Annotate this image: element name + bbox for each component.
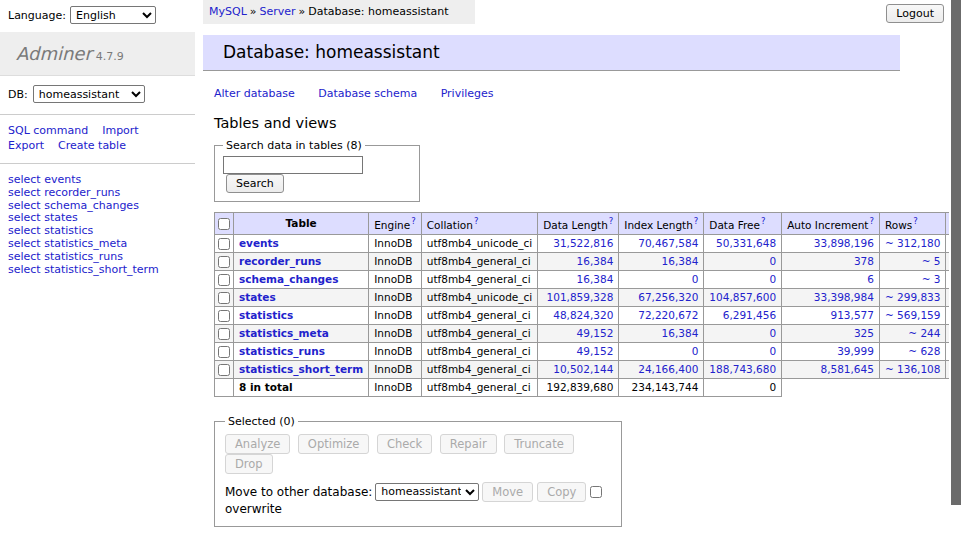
repair-button[interactable]: Repair [440, 434, 497, 454]
cell-name: states [234, 288, 369, 306]
cell-name: events [234, 234, 369, 252]
help-icon[interactable]: ? [869, 216, 874, 226]
help-icon[interactable]: ? [694, 216, 699, 226]
table-row: recorder_runsInnoDButf8mb4_general_ci16,… [215, 252, 966, 270]
cell-data-length: 16,384 [538, 270, 619, 288]
cell-auto-increment: 6 [782, 270, 880, 288]
optimize-button[interactable]: Optimize [298, 434, 370, 454]
cell-auto-increment: 39,999 [782, 342, 880, 360]
breadcrumb-mysql-link[interactable]: MySQL [209, 5, 247, 18]
help-icon[interactable]: ? [474, 216, 479, 226]
main-content: MySQL»Server»Database: homeassistant Dat… [203, 0, 950, 543]
row-checkbox[interactable] [218, 256, 230, 268]
app-logo[interactable]: Adminer [16, 43, 92, 64]
move-button[interactable]: Move [482, 482, 533, 502]
row-checkbox[interactable] [218, 238, 230, 250]
cell-collation: utf8mb4_general_ci [421, 324, 537, 342]
column-header-label: Table [286, 217, 317, 229]
cell-engine: InnoDB [369, 360, 422, 378]
sql-command-link[interactable]: SQL command [8, 124, 88, 137]
row-checkbox-cell [215, 306, 234, 324]
row-checkbox[interactable] [218, 346, 230, 358]
language-select[interactable]: English [70, 6, 156, 24]
help-icon[interactable]: ? [761, 216, 766, 226]
column-header-label: Collation [427, 219, 473, 231]
row-checkbox-cell [215, 342, 234, 360]
cell-auto-increment: 8,581,645 [782, 360, 880, 378]
row-checkbox[interactable] [218, 310, 230, 322]
cell-name: statistics_meta [234, 324, 369, 342]
sidebar-select-events-link[interactable]: select events [8, 174, 183, 187]
create-table-link[interactable]: Create table [58, 139, 126, 152]
alter-database-link[interactable]: Alter database [214, 87, 295, 100]
row-checkbox[interactable] [218, 274, 230, 286]
overwrite-checkbox[interactable] [590, 486, 602, 498]
help-icon[interactable]: ? [411, 216, 416, 226]
vertical-scrollbar[interactable] [949, 0, 966, 543]
table-row: statistics_runsInnoDButf8mb4_general_ci4… [215, 342, 966, 360]
db-label: DB: [8, 88, 28, 101]
analyze-button[interactable]: Analyze [225, 434, 290, 454]
breadcrumb-separator: » [299, 5, 306, 18]
scrollbar-thumb[interactable] [951, 0, 961, 505]
drop-button[interactable]: Drop [225, 454, 273, 474]
column-header-label: Data Free [709, 219, 760, 231]
truncate-button[interactable]: Truncate [504, 434, 574, 454]
table-row: statistics_short_termInnoDButf8mb4_gener… [215, 360, 966, 378]
table-name-link[interactable]: statistics_runs [239, 345, 325, 357]
cell-engine: InnoDB [369, 324, 422, 342]
sidebar-select-recorder-runs-link[interactable]: select recorder_runs [8, 187, 183, 200]
breadcrumb-server-link[interactable]: Server [260, 5, 296, 18]
table-row: statesInnoDButf8mb4_unicode_ci101,859,32… [215, 288, 966, 306]
cell-rows: ~ 5 [879, 252, 946, 270]
table-name-link[interactable]: states [239, 291, 276, 303]
sidebar-select-statistics-meta-link[interactable]: select statistics_meta [8, 238, 183, 251]
select-all-checkbox[interactable] [218, 218, 230, 230]
copy-button[interactable]: Copy [537, 482, 586, 502]
row-checkbox[interactable] [218, 364, 230, 376]
sidebar: Adminer4.7.9 DB:homeassistant SQL comman… [0, 32, 195, 286]
help-icon[interactable]: ? [609, 216, 614, 226]
table-name-link[interactable]: statistics_meta [239, 327, 329, 339]
search-input[interactable] [223, 156, 363, 174]
table-name-link[interactable]: events [239, 237, 279, 249]
column-header-label: Engine [374, 219, 410, 231]
db-select[interactable]: homeassistant [33, 85, 145, 103]
column-header-engine: Engine? [369, 213, 422, 235]
move-label: Move to other database: [225, 484, 372, 498]
language-label: Language: [8, 9, 66, 22]
cell-index-length: 24,166,400 [619, 360, 704, 378]
help-icon[interactable]: ? [913, 216, 918, 226]
cell-rows: ~ 628 [879, 342, 946, 360]
table-row: statisticsInnoDButf8mb4_general_ci48,824… [215, 306, 966, 324]
cell-index-length: 72,220,672 [619, 306, 704, 324]
table-name-link[interactable]: schema_changes [239, 273, 339, 285]
table-name-link[interactable]: recorder_runs [239, 255, 321, 267]
row-checkbox[interactable] [218, 292, 230, 304]
sidebar-select-statistics-short-term-link[interactable]: select statistics_short_term [8, 264, 183, 277]
column-header-data-length: Data Length? [538, 213, 619, 235]
check-button[interactable]: Check [377, 434, 432, 454]
search-button[interactable]: Search [226, 174, 284, 193]
table-name-link[interactable]: statistics [239, 309, 293, 321]
table-row: statistics_metaInnoDButf8mb4_general_ci4… [215, 324, 966, 342]
privileges-link[interactable]: Privileges [441, 87, 494, 100]
move-db-select[interactable]: homeassistant [375, 483, 479, 501]
row-checkbox-cell [215, 288, 234, 306]
row-checkbox-cell [215, 252, 234, 270]
import-link[interactable]: Import [102, 124, 139, 137]
sidebar-select-statistics-runs-link[interactable]: select statistics_runs [8, 251, 183, 264]
table-name-link[interactable]: statistics_short_term [239, 363, 363, 375]
cell-data-length: 16,384 [538, 252, 619, 270]
app-version[interactable]: 4.7.9 [96, 50, 124, 63]
row-checkbox[interactable] [218, 328, 230, 340]
tables-body: eventsInnoDButf8mb4_unicode_ci31,522,816… [215, 234, 966, 378]
cell-data-free: 0 [704, 270, 782, 288]
tables-and-views-heading: Tables and views [214, 115, 950, 131]
database-schema-link[interactable]: Database schema [318, 87, 417, 100]
cell-data-free: 6,291,456 [704, 306, 782, 324]
cell-name: statistics_runs [234, 342, 369, 360]
cell-collation: utf8mb4_general_ci [421, 270, 537, 288]
export-link[interactable]: Export [8, 139, 44, 152]
cell-rows: ~ 299,833 [879, 288, 946, 306]
